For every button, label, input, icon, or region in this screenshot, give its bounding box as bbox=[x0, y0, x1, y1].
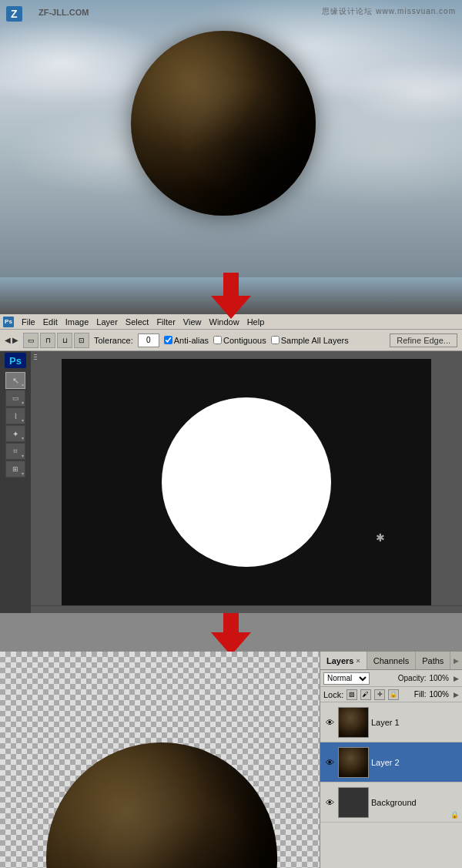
menu-filter[interactable]: Filter bbox=[153, 317, 178, 327]
tool-crop[interactable]: ⌗ ▾ bbox=[5, 443, 25, 460]
layers-lock-row: Lock: ▨ 🖌 ✛ 🔒 Fill: 100% ▶ bbox=[320, 687, 462, 702]
arrow1-down bbox=[211, 273, 251, 319]
tool-move[interactable]: ↖ ▾ bbox=[5, 372, 25, 389]
layer-row-layer1[interactable]: 👁 Layer 1 bbox=[320, 702, 462, 742]
layer2-info: Layer 2 bbox=[371, 758, 459, 767]
layers-panel-expander[interactable]: ▶ bbox=[450, 657, 462, 665]
arrow2-section bbox=[0, 613, 462, 652]
lock-all-btn[interactable]: 🔒 bbox=[388, 689, 399, 700]
layer1-thumbnail bbox=[338, 707, 369, 738]
planet-image-bottom bbox=[46, 742, 277, 868]
arrow1-head bbox=[211, 296, 251, 319]
tool-subtract-icon[interactable]: ⊡ bbox=[74, 333, 89, 348]
ps-logo: Ps bbox=[5, 353, 26, 368]
planet-image-top bbox=[131, 31, 316, 216]
canvas-black-bg: ✱ bbox=[62, 359, 431, 605]
tool-lasso[interactable]: ⌇ ▾ bbox=[5, 407, 25, 424]
ps-toolbar: Ps ↖ ▾ ▭ ▾ ⌇ ▾ ✦ ▾ ⌗ ▾ ⊞ ▾ bbox=[0, 351, 31, 613]
tab-layers-close[interactable]: × bbox=[356, 657, 360, 665]
tab-layers[interactable]: Layers × bbox=[320, 652, 367, 669]
logo-badge: Z bbox=[6, 6, 22, 22]
blend-mode-select[interactable]: Normal bbox=[323, 672, 370, 685]
anti-alias-label: Anti-alias bbox=[164, 336, 209, 345]
opacity-expand-arrow[interactable]: ▶ bbox=[454, 675, 459, 682]
bottom-canvas bbox=[0, 652, 320, 868]
tool-arrow-left[interactable]: ◀ bbox=[5, 336, 11, 344]
tool-intersect-icon[interactable]: ⊔ bbox=[57, 333, 72, 348]
cursor-indicator: ✱ bbox=[376, 531, 385, 544]
layer1-visibility-eye[interactable]: 👁 bbox=[323, 716, 336, 729]
lock-label: Lock: bbox=[323, 690, 343, 699]
horizontal-scrollbar[interactable] bbox=[31, 605, 462, 613]
contiguous-checkbox[interactable] bbox=[213, 336, 222, 344]
layer1-thumb-content bbox=[339, 708, 368, 737]
sample-all-label: Sample All Layers bbox=[271, 336, 349, 345]
lock-paint-btn[interactable]: 🖌 bbox=[360, 689, 371, 700]
menu-edit[interactable]: Edit bbox=[40, 317, 61, 327]
tool-patch[interactable]: ⊞ ▾ bbox=[5, 461, 25, 478]
bg-name: Background bbox=[371, 798, 459, 807]
site-label: ZF-JLL.COM bbox=[38, 8, 89, 17]
menu-image[interactable]: Image bbox=[62, 317, 92, 327]
bg-info: Background bbox=[371, 798, 459, 807]
anti-alias-checkbox[interactable] bbox=[164, 336, 172, 344]
bg-thumbnail bbox=[338, 787, 369, 818]
top-image-section: Z ZF-JLL.COM 思缘设计论坛 www.missvuan.com bbox=[0, 0, 462, 277]
layer1-name: Layer 1 bbox=[371, 718, 459, 727]
bottom-section: Layers × Channels Paths ▶ Normal Opacity… bbox=[0, 652, 462, 868]
lock-transparent-btn[interactable]: ▨ bbox=[346, 689, 357, 700]
tab-paths[interactable]: Paths bbox=[416, 652, 450, 669]
opacity-label: Opacity: bbox=[398, 674, 427, 682]
tab-channels[interactable]: Channels bbox=[367, 652, 416, 669]
ps-menu-icon: Ps bbox=[3, 317, 14, 327]
tool-options-bar: ◀ ▶ ▭ ⊓ ⊔ ⊡ Tolerance: Anti-alias Contig… bbox=[0, 330, 462, 351]
layer2-visibility-eye[interactable]: 👁 bbox=[323, 756, 336, 769]
layer1-info: Layer 1 bbox=[371, 718, 459, 727]
bg-visibility-eye[interactable]: 👁 bbox=[323, 796, 336, 809]
ps-section: Ps ↖ ▾ ▭ ▾ ⌇ ▾ ✦ ▾ ⌗ ▾ ⊞ ▾ bbox=[0, 351, 462, 613]
tool-arrow-right[interactable]: ▶ bbox=[12, 336, 18, 344]
lock-position-btn[interactable]: ✛ bbox=[374, 689, 385, 700]
tool-select-rect[interactable]: ▭ ▾ bbox=[5, 390, 25, 407]
canvas-white-circle bbox=[162, 397, 331, 567]
menu-select[interactable]: Select bbox=[122, 317, 152, 327]
layer-row-layer2[interactable]: 👁 Layer 2 bbox=[320, 742, 462, 783]
fill-label: Fill: bbox=[414, 690, 427, 699]
ps-canvas-area: ✱ bbox=[31, 351, 462, 613]
arrow1-shaft bbox=[223, 273, 239, 296]
tolerance-label: Tolerance: bbox=[94, 336, 133, 345]
layer-row-background[interactable]: 👁 Background 🔒 bbox=[320, 783, 462, 823]
opacity-value: 100% bbox=[429, 674, 449, 682]
menu-view[interactable]: View bbox=[180, 317, 205, 327]
layers-tabs: Layers × Channels Paths ▶ bbox=[320, 652, 462, 670]
fill-value: 100% bbox=[429, 690, 449, 699]
tool-magic-wand[interactable]: ✦ ▾ bbox=[5, 425, 25, 442]
tool-rect-icon[interactable]: ▭ bbox=[23, 333, 38, 348]
tool-arrow-group: ◀ ▶ bbox=[5, 336, 18, 344]
bg-thumb-content bbox=[339, 788, 368, 817]
layer2-name: Layer 2 bbox=[371, 758, 459, 767]
refine-edge-button[interactable]: Refine Edge... bbox=[390, 333, 457, 347]
layer2-thumbnail bbox=[338, 747, 369, 778]
contiguous-label: Contiguous bbox=[213, 336, 266, 345]
tool-icon-group: ▭ ⊓ ⊔ ⊡ bbox=[23, 333, 89, 348]
menu-layer[interactable]: Layer bbox=[93, 317, 121, 327]
fill-expand-arrow[interactable]: ▶ bbox=[454, 691, 459, 699]
layer2-thumb-content bbox=[339, 748, 368, 777]
menu-file[interactable]: File bbox=[18, 317, 38, 327]
arrow2-down bbox=[211, 609, 251, 655]
arrow1-container bbox=[0, 277, 462, 314]
tool-lasso-icon[interactable]: ⊓ bbox=[40, 333, 55, 348]
bg-lock-icon: 🔒 bbox=[450, 811, 459, 819]
watermark: 思缘设计论坛 www.missvuan.com bbox=[322, 6, 456, 17]
tolerance-input[interactable] bbox=[138, 333, 159, 347]
expander-dots bbox=[31, 353, 40, 361]
layers-panel: Layers × Channels Paths ▶ Normal Opacity… bbox=[320, 652, 462, 868]
layers-blend-row: Normal Opacity: 100% ▶ bbox=[320, 670, 462, 687]
sample-all-checkbox[interactable] bbox=[271, 336, 280, 344]
